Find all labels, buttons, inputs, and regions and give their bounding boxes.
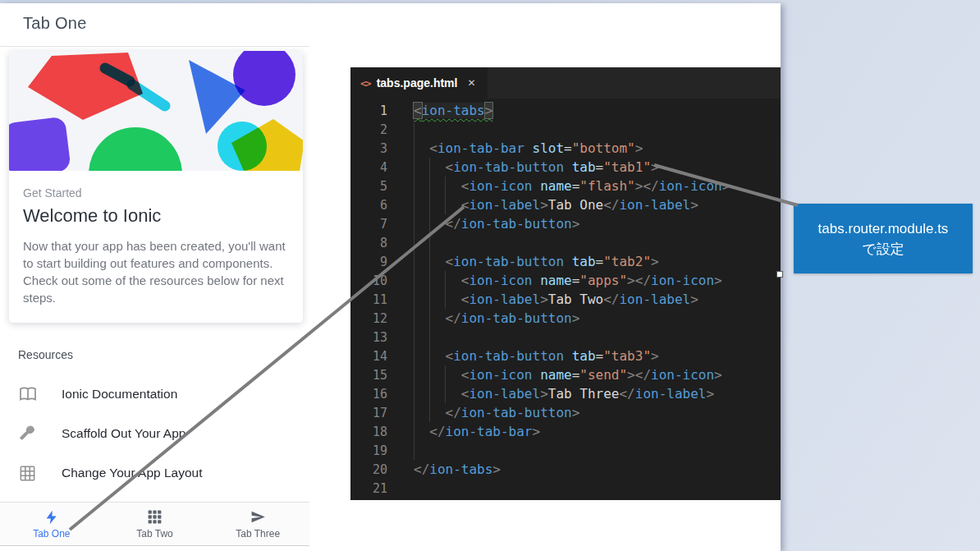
- code-line-8: 8: [350, 233, 781, 252]
- code-line-1: 1<ion-tabs>: [350, 101, 781, 120]
- line-number: 21: [350, 481, 387, 496]
- send-icon: [250, 508, 267, 526]
- app-header-divider: [0, 46, 309, 47]
- code-line-content: <ion-tabs>: [414, 103, 492, 118]
- line-number: 17: [350, 406, 387, 420]
- line-number: 11: [350, 292, 387, 307]
- resource-item-3[interactable]: Change Your App Layout: [0, 453, 309, 493]
- line-number: 1: [350, 103, 387, 118]
- resource-item-1[interactable]: Ionic Documentation: [0, 374, 309, 414]
- flash-icon: [44, 508, 59, 526]
- editor-file-tab[interactable]: <> tabs.page.html ✕: [350, 67, 488, 99]
- resource-item-2[interactable]: Scaffold Out Your App: [0, 414, 309, 453]
- code-line-5: 5 <ion-icon name="flash"></ion-icon>: [350, 177, 781, 195]
- editor-tab-strip: <> tabs.page.html ✕: [350, 67, 781, 99]
- code-line-content: <ion-label>Tab Two</ion-label>: [414, 292, 698, 307]
- line-number: 5: [350, 179, 387, 194]
- code-line-12: 12 </ion-tab-button>: [350, 309, 781, 328]
- welcome-card: Get Started Welcome to Ionic Now that yo…: [9, 51, 303, 323]
- code-line-content: </ion-tab-bar>: [414, 424, 540, 439]
- indent-guide: [445, 177, 446, 214]
- code-line-2: 2: [350, 120, 781, 139]
- line-number: 2: [350, 122, 387, 137]
- tab-item-tab-one[interactable]: Tab One: [0, 503, 103, 545]
- apps-icon: [147, 508, 163, 526]
- code-line-7: 7 </ion-tab-button>: [350, 214, 781, 233]
- code-line-16: 16 <ion-label>Tab Three</ion-label>: [350, 384, 781, 403]
- code-line-18: 18 </ion-tab-bar>: [350, 422, 781, 441]
- line-number: 15: [350, 368, 387, 383]
- code-line-20: 20</ion-tabs>: [350, 460, 781, 479]
- indent-guide: [429, 158, 430, 422]
- callout-line1: tabs.router.module.ts: [794, 218, 973, 239]
- code-line-content: <ion-icon name="flash"></ion-icon>: [414, 178, 730, 194]
- code-line-10: 10 <ion-icon name="apps"></ion-icon>: [350, 271, 781, 290]
- indent-guide: [445, 271, 446, 309]
- code-line-3: 3 <ion-tab-bar slot="bottom">: [350, 139, 781, 158]
- code-line-content: <ion-tab-button tab="tab3">: [414, 348, 659, 364]
- code-line-6: 6 <ion-label>Tab One</ion-label>: [350, 195, 781, 214]
- line-number: 7: [350, 217, 387, 232]
- code-area[interactable]: 1<ion-tabs>23 <ion-tab-bar slot="bottom"…: [350, 99, 781, 498]
- code-line-21: 21: [350, 479, 781, 498]
- card-eyebrow: Get Started: [23, 186, 289, 200]
- code-line-content: </ion-tab-button>: [414, 216, 579, 232]
- line-number: 3: [350, 141, 387, 156]
- wrench-icon: [18, 424, 39, 443]
- code-line-15: 15 <ion-icon name="send"></ion-icon>: [350, 365, 781, 384]
- tab-item-label: Tab One: [33, 528, 70, 540]
- line-number: 10: [350, 273, 387, 288]
- callout-line2: で設定: [794, 239, 973, 259]
- card-body-text: Now that your app has been created, you'…: [23, 237, 289, 306]
- code-line-14: 14 <ion-tab-button tab="tab3">: [350, 347, 781, 365]
- line-number: 13: [350, 330, 387, 345]
- callout-box[interactable]: tabs.router.module.ts で設定: [794, 204, 973, 273]
- code-line-17: 17 </ion-tab-button>: [350, 403, 781, 422]
- code-line-content: <ion-tab-button tab="tab2">: [414, 254, 659, 269]
- resource-item-label: Change Your App Layout: [62, 466, 203, 480]
- indent-guide: [414, 120, 414, 460]
- line-number: 8: [350, 236, 387, 250]
- slide-background: Tab One Get Started Welcome: [0, 3, 781, 551]
- line-number: 6: [350, 198, 387, 213]
- line-number: 14: [350, 349, 387, 364]
- file-tab-title: tabs.page.html: [377, 76, 458, 90]
- selection-handle[interactable]: [776, 271, 783, 278]
- code-line-content: <ion-icon name="apps"></ion-icon>: [414, 273, 722, 288]
- code-line-content: <ion-tab-button tab="tab1">: [414, 159, 659, 175]
- layout-grid-icon: [18, 463, 39, 483]
- resource-item-label: Scaffold Out Your App: [62, 426, 185, 441]
- tab-item-tab-three[interactable]: Tab Three: [206, 503, 309, 545]
- code-line-content: </ion-tab-button>: [414, 310, 579, 326]
- line-number: 4: [350, 160, 387, 175]
- code-line-content: <ion-label>Tab One</ion-label>: [414, 197, 698, 213]
- close-icon[interactable]: ✕: [467, 77, 475, 89]
- code-line-content: </ion-tabs>: [414, 461, 501, 477]
- screenshot-stage: Tab One Get Started Welcome: [0, 0, 980, 551]
- code-line-content: <ion-label>Tab Three</ion-label>: [414, 386, 714, 402]
- code-line-content: </ion-tab-button>: [414, 405, 579, 420]
- line-number: 19: [350, 443, 387, 458]
- code-line-13: 13: [350, 328, 781, 347]
- tab-item-label: Tab Two: [136, 528, 172, 540]
- code-line-content: <ion-icon name="send"></ion-icon>: [414, 367, 722, 383]
- code-line-4: 4 <ion-tab-button tab="tab1">: [350, 158, 781, 177]
- resource-list: Ionic DocumentationScaffold Out Your App…: [0, 374, 309, 493]
- app-page-title: Tab One: [23, 14, 87, 33]
- code-editor: <> tabs.page.html ✕ 1<ion-tabs>23 <ion-t…: [350, 67, 781, 500]
- book-icon: [18, 384, 39, 404]
- card-title: Welcome to Ionic: [23, 205, 289, 227]
- indent-guide: [445, 365, 446, 403]
- code-line-19: 19: [350, 441, 781, 460]
- resource-item-label: Ionic Documentation: [62, 387, 177, 402]
- line-number: 20: [350, 462, 387, 477]
- resources-heading: Resources: [18, 348, 73, 361]
- app-tab-bar: Tab OneTab TwoTab Three: [0, 502, 309, 546]
- shapes-banner-illustration: [9, 51, 303, 171]
- html-code-icon: <>: [360, 77, 370, 90]
- tab-item-label: Tab Three: [236, 528, 280, 540]
- line-number: 18: [350, 425, 387, 439]
- tab-item-tab-two[interactable]: Tab Two: [103, 503, 207, 545]
- line-number: 12: [350, 311, 387, 326]
- line-number: 16: [350, 387, 387, 402]
